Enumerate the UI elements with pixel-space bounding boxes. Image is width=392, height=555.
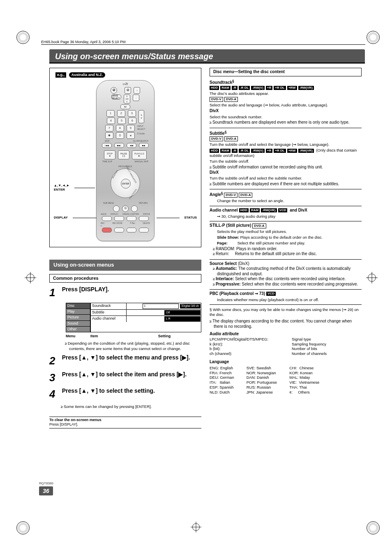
search-button: ▶▶ <box>139 143 149 148</box>
step-number: 2 <box>49 354 61 368</box>
block-pbc: PBC (Playback control ➞ 73) VCD Indicate… <box>210 289 362 302</box>
delete-button: ✱ <box>105 132 113 139</box>
block-angle: Angle§ DVD-VDVD-A Change the number to s… <box>210 189 362 203</box>
callout-line <box>157 218 180 218</box>
disc-menu-heading: Disc menu—Setting the disc content <box>210 68 362 76</box>
menu-row-play: Play <box>66 309 90 314</box>
corner-disc <box>16 31 30 44</box>
title-underline <box>49 62 365 63</box>
page: EH65.book Page 36 Monday, April 3, 2006 … <box>0 0 392 555</box>
registration-target-left <box>25 272 36 283</box>
step-text: Press [▲, ▼] to select the menu and pres… <box>62 354 201 362</box>
keypad-6: 6 <box>128 117 136 124</box>
audio-button <box>102 216 112 221</box>
tv-label: TV <box>125 82 128 85</box>
rec-button <box>102 228 112 233</box>
status-button <box>139 216 149 221</box>
registration-target-bottom <box>191 522 201 532</box>
step-number: 4 <box>49 387 61 401</box>
menu-item-audio-channel: Audio channel L R <box>91 316 201 322</box>
menu-row-other: Other <box>66 326 90 332</box>
right-column: Disc menu—Setting the disc content Sound… <box>210 68 362 428</box>
ch-button: ∧CH∨ <box>124 94 130 104</box>
slow-button: ◀◀ <box>127 143 136 148</box>
skip-next-button: ▶▶| <box>114 143 124 148</box>
cancel-button: ✱ <box>127 132 135 139</box>
step-number: 1 <box>49 286 61 299</box>
nav-ring: ShowView DIRECT NAVIGATOR FUNCTIONS ENTE… <box>111 168 140 198</box>
corner-disc <box>367 521 380 534</box>
keypad-3: 3 <box>128 110 136 117</box>
keypad-5: 5 <box>118 117 126 124</box>
section-using-menus: Using on-screen menus <box>49 260 201 270</box>
menu-row-picture: Picture <box>66 314 90 320</box>
region-label: Australia and N.Z. <box>69 72 106 78</box>
submenu-button <box>113 205 120 212</box>
return-label: RETURN <box>139 202 148 204</box>
step-4: 4 Press [▲, ▼] to select the setting. <box>49 387 201 401</box>
block-source-select: Source Select (DivX) Automatic: The cons… <box>210 259 362 287</box>
step-1: 1 Press [DISPLAY]. <box>49 286 201 299</box>
time-slip-label: TIME SLIP <box>102 160 112 163</box>
volume-down-button: － <box>133 94 139 101</box>
play-button: PLAY/x1.3 ▶ <box>132 150 147 159</box>
keypad-1: 1 <box>106 110 115 117</box>
pause-button: PAUSE ❙❙ <box>118 150 129 159</box>
sguide-label: S Guide <box>137 132 145 139</box>
step-3: 3 Press [▲, ▼] to select the item and pr… <box>49 371 201 385</box>
block-audio-channel: Audio channel HDDRAM-RW(VR)VCD and DivX … <box>210 206 362 219</box>
menu-row-disc: Disc <box>66 303 90 309</box>
manual-skip-label: MANUAL SKIP <box>135 160 148 163</box>
display-button <box>114 216 124 221</box>
step-2: 2 Press [▲, ▼] to select the menu and pr… <box>49 354 201 368</box>
callout-line <box>74 188 95 188</box>
step4-note: Some items can be changed by pressing [E… <box>65 404 201 409</box>
erase-button <box>139 228 149 233</box>
doc-code: RQT8380 <box>39 481 53 485</box>
step1-note: Depending on the condition of the unit (… <box>69 341 201 351</box>
block-subtitle: Subtitle§ DVD-VDVD-A Turn the subtitle o… <box>210 128 362 187</box>
callout-status: STATUS <box>184 216 197 220</box>
lang-col-3: CHI: Chinese KOR: Korean MAL: Malay VIE:… <box>289 366 319 395</box>
lang-col-2: SVE: Swedish NOR: Norwegian DAN: Danish … <box>247 366 277 395</box>
tv-power-button: ⏻ <box>125 87 131 94</box>
step-text: Press [▲, ▼] to select the setting. <box>62 387 201 395</box>
footnotes: § With some discs, you may only be able … <box>210 304 362 329</box>
corner-disc <box>367 31 380 44</box>
eg-label: e.g., <box>55 72 66 78</box>
keypad-7: 7 <box>105 125 113 131</box>
power-button: ⏻ <box>111 87 117 94</box>
registration-target-right <box>366 272 378 283</box>
callout-line <box>73 218 97 218</box>
block-still-p: STILL-P (Still picture) DVD-A Selects th… <box>210 221 362 256</box>
language-table: Language ENG: English FRA: French DEU: G… <box>210 359 362 395</box>
recmode-button <box>114 228 124 233</box>
remote-diagram-box: e.g., Australia and N.Z. DVD ⏻ ⏻ ＋ <box>49 68 201 247</box>
page-title: Using on-screen menus/Status message <box>49 49 365 64</box>
left-column: e.g., Australia and N.Z. DVD ⏻ ⏻ ＋ <box>49 68 201 428</box>
drive-select-button: DRIVE SELECT <box>111 94 121 99</box>
subhead-common-procedures: Common procedures <box>49 274 201 283</box>
menu-row-sound: Sound <box>66 320 90 326</box>
keypad-4: 4 <box>107 117 115 124</box>
onscreen-menu-illustration: Disc Play Picture Sound Other Soundtrack… <box>66 303 201 332</box>
keypad-0: 0 <box>116 132 124 139</box>
menu-column-labels: Menu Item Setting <box>66 334 201 339</box>
keypad-2: 2 <box>117 110 125 117</box>
block-soundtrack: Soundtrack§ HDDRAM-R-R DL-RW(V)+R+R DL+R… <box>210 79 362 125</box>
header-rule <box>41 44 365 45</box>
keypad-9: 9 <box>127 125 135 131</box>
stop-button: STOP ■ <box>104 150 115 159</box>
flex-button <box>127 228 136 233</box>
clear-menus-note: To clear the on-screen menus Press [DISP… <box>49 417 201 428</box>
lang-col-1: ENG: English FRA: French DEU: German ITA… <box>210 366 234 395</box>
corner-disc <box>16 521 30 534</box>
callout-display: DISPLAY <box>54 216 68 220</box>
menu-item-soundtrack: Soundtrack 1ÎDigital 3/0 ch <box>91 303 201 310</box>
step-text: Press [▲, ▼] to select the item and pres… <box>62 371 201 378</box>
enter-button: ENTER <box>121 179 131 189</box>
page-number: 36 <box>39 486 53 495</box>
timer-button: ⏲ <box>122 205 129 212</box>
audio-attribute: Audio attribute LPCM/PPCM/ÎDigital/DTS/M… <box>210 332 362 356</box>
step-number: 3 <box>49 371 61 385</box>
